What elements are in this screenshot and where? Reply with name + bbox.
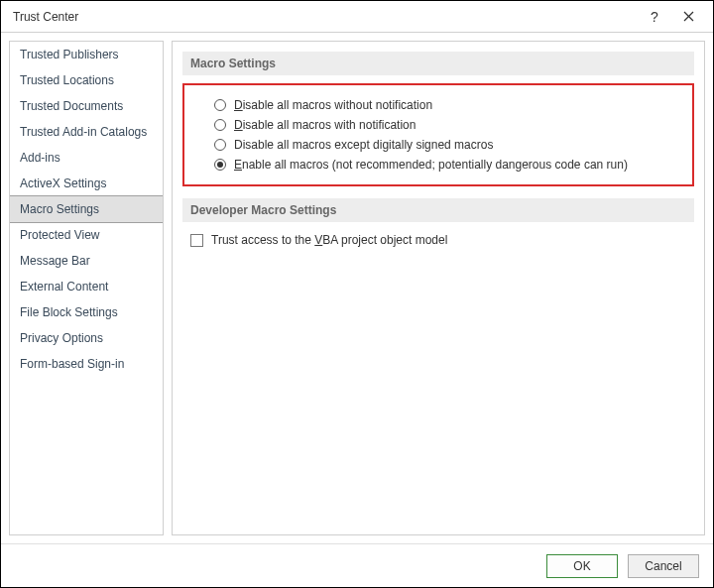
sidebar-item-activex-settings[interactable]: ActiveX Settings bbox=[10, 171, 163, 196]
radio-icon bbox=[214, 119, 226, 131]
title-bar: Trust Center ? bbox=[1, 1, 713, 33]
sidebar-item-trusted-publishers[interactable]: Trusted Publishers bbox=[10, 42, 163, 67]
sidebar-item-macro-settings[interactable]: Macro Settings bbox=[9, 195, 164, 223]
macro-option-label: Disable all macros without notification bbox=[234, 98, 432, 112]
macro-option-2[interactable]: Disable all macros except digitally sign… bbox=[214, 135, 680, 155]
sidebar-item-trusted-documents[interactable]: Trusted Documents bbox=[10, 93, 163, 119]
content-panel: Macro Settings Disable all macros withou… bbox=[172, 41, 705, 535]
macro-option-3[interactable]: Enable all macros (not recommended; pote… bbox=[214, 155, 680, 175]
close-icon bbox=[683, 11, 694, 22]
developer-macro-group: Trust access to the VBA project object m… bbox=[182, 230, 694, 250]
section-developer-macro-header: Developer Macro Settings bbox=[182, 198, 694, 222]
checkbox-icon bbox=[190, 234, 203, 247]
sidebar-item-privacy-options[interactable]: Privacy Options bbox=[10, 325, 163, 351]
cancel-button[interactable]: Cancel bbox=[628, 554, 699, 578]
sidebar-item-add-ins[interactable]: Add-ins bbox=[10, 145, 163, 171]
macro-options-highlight: Disable all macros without notificationD… bbox=[182, 83, 694, 186]
vba-trust-label: Trust access to the VBA project object m… bbox=[211, 233, 447, 247]
macro-option-0[interactable]: Disable all macros without notification bbox=[214, 95, 680, 115]
macro-option-label: Enable all macros (not recommended; pote… bbox=[234, 158, 628, 172]
radio-icon bbox=[214, 139, 226, 151]
sidebar-item-file-block-settings[interactable]: File Block Settings bbox=[10, 299, 163, 325]
sidebar: Trusted PublishersTrusted LocationsTrust… bbox=[9, 41, 164, 535]
sidebar-item-protected-view[interactable]: Protected View bbox=[10, 222, 163, 248]
macro-option-1[interactable]: Disable all macros with notification bbox=[214, 115, 680, 135]
dialog-footer: OK Cancel bbox=[1, 543, 713, 587]
section-macro-settings-header: Macro Settings bbox=[182, 52, 694, 75]
radio-icon bbox=[214, 99, 226, 111]
window-title: Trust Center bbox=[13, 10, 638, 24]
vba-trust-checkbox-row[interactable]: Trust access to the VBA project object m… bbox=[190, 230, 694, 250]
macro-option-label: Disable all macros with notification bbox=[234, 118, 416, 132]
radio-icon bbox=[214, 159, 226, 171]
sidebar-item-trusted-locations[interactable]: Trusted Locations bbox=[10, 67, 163, 93]
macro-option-label: Disable all macros except digitally sign… bbox=[234, 138, 493, 152]
close-button[interactable] bbox=[671, 5, 705, 29]
sidebar-item-external-content[interactable]: External Content bbox=[10, 274, 163, 299]
sidebar-item-message-bar[interactable]: Message Bar bbox=[10, 248, 163, 274]
dialog-body: Trusted PublishersTrusted LocationsTrust… bbox=[1, 33, 713, 543]
help-button[interactable]: ? bbox=[638, 5, 671, 29]
sidebar-item-form-based-sign-in[interactable]: Form-based Sign-in bbox=[10, 351, 163, 377]
sidebar-item-trusted-add-in-catalogs[interactable]: Trusted Add-in Catalogs bbox=[10, 119, 163, 145]
ok-button[interactable]: OK bbox=[546, 554, 618, 578]
